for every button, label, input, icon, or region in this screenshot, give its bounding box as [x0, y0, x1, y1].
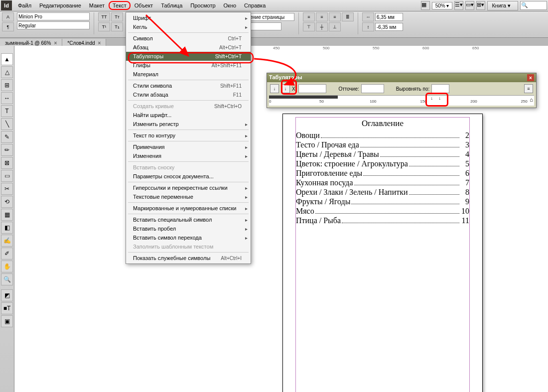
page-tool[interactable]: ⊞	[1, 79, 13, 91]
menu-item[interactable]: СимволCtrl+T	[126, 34, 251, 43]
pencil-tool[interactable]: ✏	[1, 144, 13, 156]
tab-center-button[interactable]: ↓	[281, 84, 290, 93]
toc-row: Цветы / Деревья / Травы4	[296, 149, 469, 159]
toc-title: Оглавление	[296, 119, 469, 129]
menu-item[interactable]: Текст по контуру	[126, 131, 251, 140]
direct-selection-tool[interactable]: △	[1, 66, 13, 78]
align-label: Выровнять по:	[396, 86, 430, 92]
magnet-icon[interactable]: ⌂	[530, 97, 533, 103]
menu-окно[interactable]: Окно	[220, 1, 241, 10]
align-b-icon[interactable]: ⊥	[329, 22, 341, 31]
rectangle-frame-tool[interactable]: ⊠	[1, 157, 13, 169]
search-input[interactable]: 🔍	[520, 1, 547, 10]
screen-mode-button[interactable]: ▭▾	[465, 1, 474, 10]
toc-row: Приготовление еды6	[296, 168, 469, 178]
rectangle-tool[interactable]: ▭	[1, 170, 13, 182]
toc-row: Тесто / Прочая еда3	[296, 140, 469, 149]
menu-item[interactable]: АбзацAlt+Ctrl+T	[126, 43, 251, 52]
para-mode-icon[interactable]: ¶	[2, 22, 14, 31]
x-input[interactable]	[298, 84, 326, 93]
selection-tool[interactable]: ▲	[1, 53, 13, 65]
workspace-button[interactable]: ▦	[421, 1, 430, 10]
note-tool[interactable]: ✍	[1, 235, 13, 247]
char-mode-icon[interactable]: A	[2, 12, 14, 21]
align-r-icon[interactable]: ≡	[329, 12, 341, 21]
tab-ruler[interactable]: 050100150200250 ↓ ↓ ⌂	[269, 95, 534, 106]
align-l-icon[interactable]: ≡	[303, 12, 315, 21]
tabs-panel-titlebar[interactable]: Табуляторы ×	[267, 73, 536, 82]
menu-item[interactable]: Параметры сносок документа...	[126, 172, 251, 181]
menu-item[interactable]: Шрифт	[126, 13, 251, 22]
arrange-button[interactable]: ⊞▾	[476, 1, 485, 10]
tt2-icon[interactable]: Tт	[111, 12, 123, 21]
view-options-button[interactable]: ☰▾	[454, 1, 463, 10]
panel-menu-button[interactable]: ≡	[524, 84, 533, 93]
leader-input[interactable]	[361, 84, 384, 93]
align-input[interactable]	[431, 84, 449, 93]
menu-item: Вставить сноску	[126, 163, 251, 172]
font-style-input[interactable]	[17, 21, 90, 29]
menu-item[interactable]: Вставить пробел	[126, 224, 251, 233]
gap-tool[interactable]: ↔	[1, 92, 13, 104]
fill-stroke-tool[interactable]: ◩	[1, 289, 13, 301]
zoom-tool[interactable]: 🔍	[1, 273, 13, 285]
free-transform-tool[interactable]: ⟲	[1, 196, 13, 208]
menu-item[interactable]: ТабуляторыShift+Ctrl+T	[126, 52, 251, 61]
gradient-feather-tool[interactable]: ◧	[1, 222, 13, 234]
tab-left-button[interactable]: ↓	[270, 84, 279, 93]
menu-файл[interactable]: Файл	[14, 1, 35, 10]
text-frame[interactable]: Оглавление Овощи2Тесто / Прочая еда3Цвет…	[295, 117, 470, 392]
align-m-icon[interactable]: ┼	[316, 22, 328, 31]
close-icon[interactable]: ×	[98, 40, 101, 46]
menu-item[interactable]: Изменения	[126, 151, 251, 160]
menu-таблица[interactable]: Таблица	[157, 1, 186, 10]
close-icon[interactable]: ×	[527, 74, 534, 81]
menu-item[interactable]: Примечания	[126, 142, 251, 151]
workspace-switcher[interactable]: Книга ▾	[487, 1, 518, 10]
menu-item[interactable]: Материал	[126, 70, 251, 79]
menu-редактирование[interactable]: Редактирование	[35, 1, 85, 10]
scissors-tool[interactable]: ✂	[1, 183, 13, 195]
menu-item[interactable]: Вставить специальный символ	[126, 215, 251, 224]
line-tool[interactable]: ╲	[1, 118, 13, 130]
eyedropper-tool[interactable]: ✐	[1, 248, 13, 260]
menu-item[interactable]: Кегль	[126, 22, 251, 31]
type-tool[interactable]: T	[1, 105, 13, 117]
close-icon[interactable]: ×	[54, 40, 57, 46]
view-mode-tool[interactable]: ▣	[1, 315, 13, 327]
menu-item[interactable]: ГлифыAlt+Shift+F11	[126, 61, 251, 70]
tab-stop-icon[interactable]: ↓	[431, 96, 433, 101]
apply-color-tool[interactable]: ■T	[1, 302, 13, 314]
menu-item[interactable]: Изменить регистр	[126, 120, 251, 129]
hand-tool[interactable]: ✋	[1, 261, 13, 272]
h-input[interactable]	[375, 23, 403, 31]
font-family-input[interactable]	[17, 12, 90, 20]
align-c-icon[interactable]: ≡	[316, 12, 328, 21]
menu-текст[interactable]: Текст	[109, 1, 131, 10]
menu-item[interactable]: Маркированные и нумерованные списки	[126, 204, 251, 213]
toc-row: Орехи / Злаки / Зелень / Напитки8	[296, 187, 469, 197]
gradient-swatch-tool[interactable]: ▦	[1, 209, 13, 221]
menu-просмотр[interactable]: Просмотр	[186, 1, 219, 10]
menu-объект[interactable]: Объект	[131, 1, 157, 10]
menu-item[interactable]: Текстовые переменные	[126, 192, 251, 201]
menu-item[interactable]: Найти шрифт...	[126, 111, 251, 120]
pen-tool[interactable]: ✎	[1, 131, 13, 143]
sub-icon[interactable]: T₁	[111, 22, 123, 31]
menu-item[interactable]: Вставить символ перехода	[126, 233, 251, 242]
menu-item[interactable]: Стили абзацаF11	[126, 90, 251, 99]
zoom-dropdown[interactable]: 50% ▾	[432, 2, 453, 9]
menu-макет[interactable]: Макет	[85, 1, 109, 10]
align-t-icon[interactable]: ⊤	[303, 22, 315, 31]
menu-item[interactable]: Стили символаShift+F11	[126, 81, 251, 90]
menu-item[interactable]: Показать служебные символыAlt+Ctrl+I	[126, 254, 251, 262]
menu-item: Создать кривыеShift+Ctrl+O	[126, 102, 251, 111]
sup-icon[interactable]: T¹	[98, 22, 110, 31]
toc-row: Цветок: строение / Агрокультура5	[296, 159, 469, 168]
tt-icon[interactable]: TT	[98, 12, 110, 21]
align-j-icon[interactable]: ≣	[342, 12, 354, 21]
menu-справка[interactable]: Справка	[240, 1, 270, 10]
menu-item[interactable]: Гиперссылки и перекрестные ссылки	[126, 183, 251, 192]
tab-stop-icon[interactable]: ↓	[438, 96, 441, 101]
w-input[interactable]	[375, 13, 403, 21]
